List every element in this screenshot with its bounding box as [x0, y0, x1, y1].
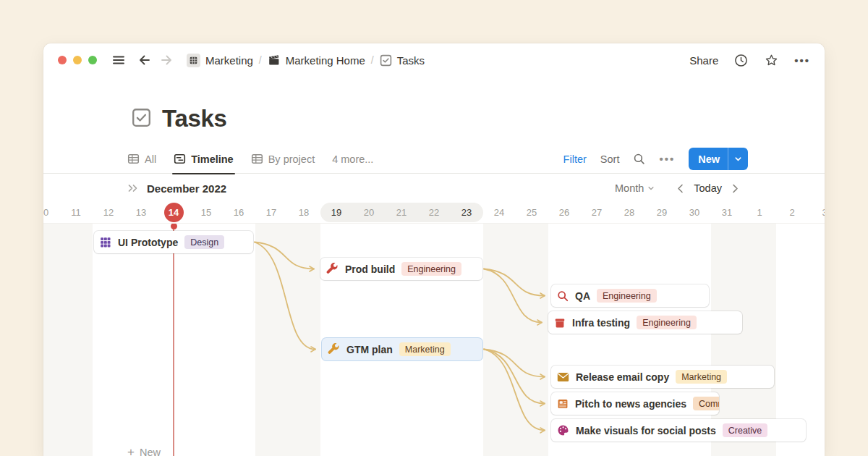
share-button[interactable]: Share [689, 54, 718, 67]
timeline-day: 26 [548, 202, 581, 223]
tab-by-project[interactable]: By project [251, 145, 315, 174]
task-tag: Engineering [637, 316, 697, 329]
wrench-icon [326, 263, 339, 275]
pitch-to-news-agencies-card[interactable]: Pitch to news agenciesComms [551, 392, 719, 415]
today-button[interactable]: Today [694, 182, 722, 194]
tab-label: Timeline [191, 153, 234, 165]
breadcrumb-separator: / [371, 54, 374, 66]
sort-button[interactable]: Sort [600, 153, 620, 165]
minimize-window-button[interactable] [73, 56, 82, 64]
timeline-day: 1 [744, 202, 776, 223]
task-title: Make visuals for social posts [576, 425, 716, 436]
tab-timeline[interactable]: Timeline [174, 145, 234, 174]
page-title: Tasks [162, 105, 227, 132]
star-favorite-icon[interactable] [764, 53, 779, 68]
gtm-plan-card[interactable]: GTM planMarketing [322, 338, 482, 360]
today-date-badge: 14 [164, 203, 184, 222]
prod-build-card[interactable]: Prod buildEngineering [320, 258, 482, 280]
release-email-copy-card[interactable]: Release email copyMarketing [551, 366, 774, 388]
tab-label: 4 more... [332, 153, 373, 165]
tab-all[interactable]: All [127, 145, 156, 174]
new-task-label: New [140, 447, 161, 456]
tab-label: All [145, 153, 156, 165]
timeline-day: 12 [93, 202, 125, 223]
make-visuals-for-social-posts-card[interactable]: Make visuals for social postsCreative [551, 419, 806, 442]
scale-label: Month [615, 182, 644, 194]
search-icon[interactable] [633, 153, 645, 165]
breadcrumb: Marketing / Marketing Home / Tasks [187, 54, 425, 67]
task-tag: Creative [723, 423, 768, 437]
tab-more-views[interactable]: 4 more... [332, 145, 373, 174]
close-window-button[interactable] [58, 56, 67, 64]
task-tag: Design [184, 235, 224, 249]
traffic-lights [58, 56, 97, 64]
task-title: GTM plan [346, 344, 393, 355]
grid-icon [100, 237, 111, 248]
checkbox-icon [380, 54, 392, 67]
timeline-day: 28 [613, 202, 646, 223]
ui-prototype-card[interactable]: UI PrototypeDesign [94, 231, 253, 253]
breadcrumb-label: Marketing Home [286, 54, 365, 67]
breadcrumb-label: Tasks [397, 54, 425, 67]
task-title: Prod build [345, 263, 395, 275]
timeline-day: 16 [223, 202, 255, 223]
timeline-day: 31 [711, 202, 744, 223]
clock-history-icon[interactable] [733, 53, 749, 68]
timeline-day: 20 [353, 202, 386, 223]
tab-label: By project [268, 153, 315, 165]
checkbox-icon [132, 108, 151, 130]
task-title: QA [575, 290, 590, 302]
timeline-day: 25 [516, 202, 548, 223]
new-chevron-down-icon[interactable] [728, 148, 748, 170]
desktop-background: Marketing / Marketing Home / Tasks [0, 0, 868, 456]
qa-card[interactable]: QAEngineering [551, 284, 709, 307]
timeline-body: + New UI PrototypeDesignProd buildEngine… [43, 223, 825, 456]
new-task-row[interactable]: + New [127, 446, 161, 456]
new-button[interactable]: New [689, 148, 728, 170]
timeline-day: 17 [255, 202, 288, 223]
timeline-day: 23 [451, 202, 483, 223]
timeline-days-strip: 1011121314151617181920212223242526272829… [43, 202, 825, 223]
timeline-day: 18 [288, 202, 320, 223]
topbar-actions: Share ••• [689, 53, 810, 68]
window-topbar: Marketing / Marketing Home / Tasks [43, 43, 825, 77]
weekend-band [255, 224, 320, 456]
hamburger-menu-icon[interactable] [111, 53, 126, 67]
filter-button[interactable]: Filter [563, 153, 587, 165]
task-tag: Engineering [597, 289, 657, 303]
timeline-day: 19 [320, 202, 353, 223]
timeline-day: 13 [125, 202, 158, 223]
timeline-day: 2 [776, 202, 809, 223]
scale-select[interactable]: Month [615, 182, 655, 194]
weekend-band [483, 224, 548, 456]
view-tabs-row: All Timeline By project 4 more... Filter… [43, 145, 825, 174]
chevron-down-icon [647, 185, 655, 192]
back-arrow-icon[interactable] [137, 53, 152, 67]
breadcrumb-marketing[interactable]: Marketing [187, 54, 253, 67]
task-title: Release email copy [576, 371, 669, 383]
palette-icon [557, 424, 569, 436]
timeline-month-label: December 2022 [147, 182, 226, 195]
clapperboard-icon [268, 54, 281, 67]
prev-chevron-icon[interactable] [672, 184, 689, 193]
timeline-day: 15 [190, 202, 223, 223]
view-toolbar: Filter Sort ••• New [563, 148, 748, 170]
timeline-day: 30 [678, 202, 711, 223]
plus-icon: + [127, 446, 135, 456]
task-tag: Marketing [399, 342, 451, 356]
timeline-day: 10 [43, 202, 60, 223]
next-chevron-icon[interactable] [727, 184, 744, 193]
timeline-header: December 2022 Month Today [43, 174, 825, 202]
database-grid-icon [187, 54, 200, 67]
toolbar-more-icon[interactable]: ••• [659, 153, 675, 165]
zoom-window-button[interactable] [88, 56, 97, 64]
breadcrumb-marketing-home[interactable]: Marketing Home [268, 54, 365, 67]
forward-arrow-icon[interactable] [159, 53, 174, 67]
breadcrumb-tasks[interactable]: Tasks [380, 54, 425, 67]
timeline-day: 22 [418, 202, 451, 223]
infra-testing-card[interactable]: Infra testingEngineering [548, 311, 742, 334]
collapse-double-chevron-icon[interactable] [127, 183, 139, 193]
task-tag: Engineering [401, 262, 461, 276]
topbar-more-icon[interactable]: ••• [794, 54, 810, 67]
today-line [173, 224, 174, 456]
